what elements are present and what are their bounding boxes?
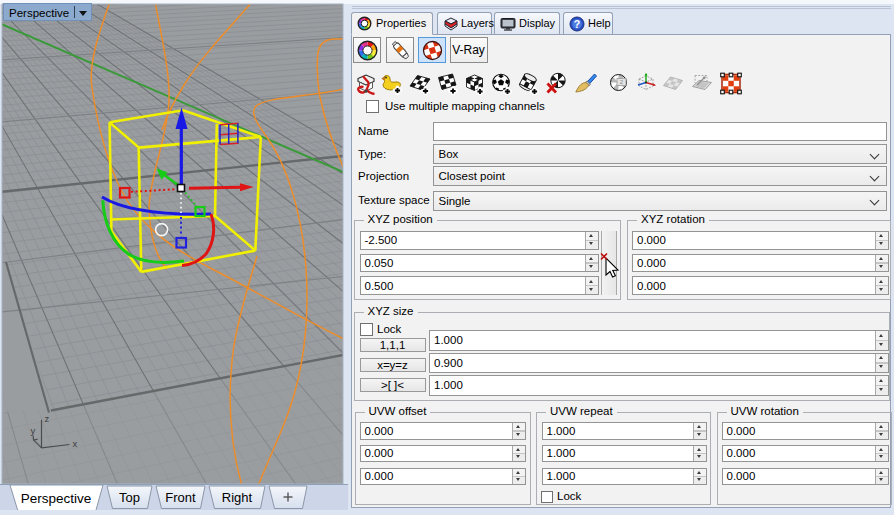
svg-text:Perspective: Perspective — [21, 491, 92, 506]
svg-text:x: x — [73, 438, 78, 449]
svg-text:y: y — [31, 425, 36, 436]
svg-text:Right: Right — [222, 490, 253, 505]
svg-text:Front: Front — [165, 490, 196, 505]
svg-text:Top: Top — [119, 490, 140, 505]
svg-text:z: z — [45, 413, 50, 424]
svg-text:?: ? — [574, 18, 580, 30]
